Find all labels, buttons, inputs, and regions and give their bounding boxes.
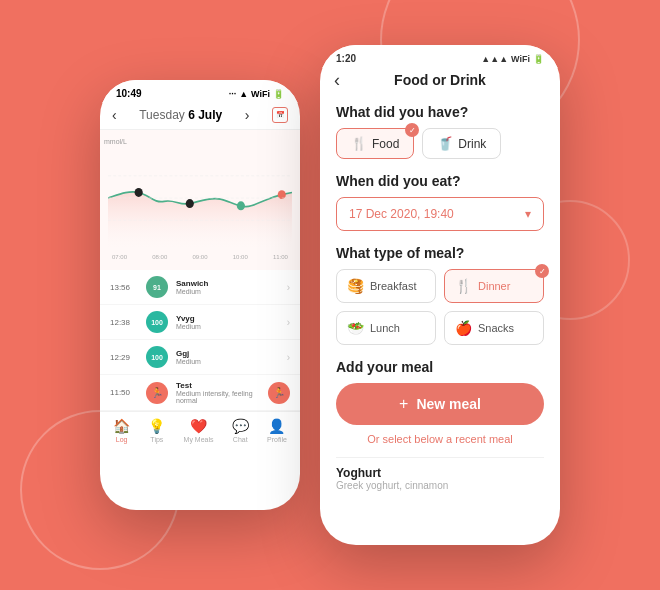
meal-type-grid: 🥞 Breakfast 🍴 Dinner ✓ 🥗 Lunch 🍎 S — [336, 269, 544, 345]
food-icon: 🍴 — [351, 136, 367, 151]
snacks-label: Snacks — [478, 322, 514, 334]
breakfast-label: Breakfast — [370, 280, 416, 292]
left-phone: 10:49 ··· ▲ WiFi 🔋 ‹ Tuesday 6 July › 📅 … — [100, 80, 300, 510]
tips-icon: 💡 — [148, 418, 165, 434]
section1-label: What did you have? — [336, 104, 544, 120]
nav-item-tips[interactable]: 💡 Tips — [148, 418, 165, 443]
recent-meal-link[interactable]: Or select below a recent meal — [336, 433, 544, 445]
right-status-time: 1:20 — [336, 53, 356, 64]
activity-list: 13:56 91 Sanwich Medium › 12:38 100 Yvyg… — [100, 270, 300, 411]
home-icon: 🏠 — [113, 418, 130, 434]
activity-badge: 100 — [146, 346, 168, 368]
dinner-check-icon: ✓ — [535, 264, 549, 278]
left-status-time: 10:49 — [116, 88, 142, 99]
chevron-right-icon: › — [287, 317, 290, 328]
date-display: Tuesday 6 July — [139, 108, 222, 122]
food-drink-toggle: 🍴 Food ✓ 🥤 Drink — [336, 128, 544, 159]
recent-item[interactable]: Yoghurt Greek yoghurt, cinnamon — [336, 457, 544, 499]
nav-item-mymeals[interactable]: ❤️ My Meals — [184, 418, 214, 443]
meal-option-breakfast[interactable]: 🥞 Breakfast — [336, 269, 436, 303]
nav-header: ‹ Tuesday 6 July › 📅 — [100, 103, 300, 130]
section3-label: What type of meal? — [336, 245, 544, 261]
activity-badge: 🏃 — [146, 382, 168, 404]
calendar-icon[interactable]: 📅 — [272, 107, 288, 123]
lunch-icon: 🥗 — [347, 320, 364, 336]
new-meal-label: New meal — [416, 396, 481, 412]
right-status-icons: ▲▲▲ WiFi 🔋 — [481, 54, 544, 64]
x-axis: 07:00 08:00 09:00 10:00 11:00 — [108, 254, 292, 260]
chat-icon: 💬 — [232, 418, 249, 434]
drink-icon: 🥤 — [437, 136, 453, 151]
nav-item-log[interactable]: 🏠 Log — [113, 418, 130, 443]
prev-date-button[interactable]: ‹ — [112, 107, 117, 123]
recent-item-sub: Greek yoghurt, cinnamon — [336, 480, 544, 491]
date-value: 17 Dec 2020, 19:40 — [349, 207, 454, 221]
date-selector[interactable]: 17 Dec 2020, 19:40 ▾ — [336, 197, 544, 231]
right-phone: 1:20 ▲▲▲ WiFi 🔋 ‹ Food or Drink What did… — [320, 45, 560, 545]
drink-toggle-button[interactable]: 🥤 Drink — [422, 128, 501, 159]
activity-badge: 91 — [146, 276, 168, 298]
activity-badge: 100 — [146, 311, 168, 333]
recent-item-name: Yoghurt — [336, 466, 544, 480]
activity-item[interactable]: 12:38 100 Yvyg Medium › — [100, 305, 300, 340]
exercise-icon: 🏃 — [268, 382, 290, 404]
profile-icon: 👤 — [268, 418, 285, 434]
right-phone-inner: 1:20 ▲▲▲ WiFi 🔋 ‹ Food or Drink What did… — [320, 45, 560, 545]
nav-item-chat[interactable]: 💬 Chat — [232, 418, 249, 443]
chevron-right-icon: › — [287, 352, 290, 363]
page-header: ‹ Food or Drink — [320, 68, 560, 96]
section4-label: Add your meal — [336, 359, 544, 375]
left-status-icons: ··· ▲ WiFi 🔋 — [229, 89, 284, 99]
meal-option-snacks[interactable]: 🍎 Snacks — [444, 311, 544, 345]
mymeals-icon: ❤️ — [190, 418, 207, 434]
activity-item[interactable]: 13:56 91 Sanwich Medium › — [100, 270, 300, 305]
activity-item[interactable]: 12:29 100 Ggj Medium › — [100, 340, 300, 375]
new-meal-button[interactable]: + New meal — [336, 383, 544, 425]
right-status-bar: 1:20 ▲▲▲ WiFi 🔋 — [320, 45, 560, 68]
food-toggle-button[interactable]: 🍴 Food ✓ — [336, 128, 414, 159]
food-label: Food — [372, 137, 399, 151]
lunch-label: Lunch — [370, 322, 400, 334]
activity-item[interactable]: 11:50 🏃 Test Medium intensity, feeling n… — [100, 375, 300, 411]
content-area: What did you have? 🍴 Food ✓ 🥤 Drink When… — [320, 96, 560, 545]
next-date-button[interactable]: › — [245, 107, 250, 123]
glucose-chart — [108, 148, 292, 248]
y-axis-label: mmol/L — [104, 138, 127, 145]
svg-point-2 — [237, 201, 245, 210]
section2-label: When did you eat? — [336, 173, 544, 189]
chevron-down-icon: ▾ — [525, 207, 531, 221]
back-button[interactable]: ‹ — [334, 70, 340, 91]
plus-icon: + — [399, 395, 408, 413]
meal-option-lunch[interactable]: 🥗 Lunch — [336, 311, 436, 345]
page-title: Food or Drink — [394, 72, 486, 88]
left-status-bar: 10:49 ··· ▲ WiFi 🔋 — [100, 80, 300, 103]
dinner-icon: 🍴 — [455, 278, 472, 294]
chart-area: mmol/L — [100, 130, 300, 270]
bottom-nav: 🏠 Log 💡 Tips ❤️ My Meals 💬 Chat 👤 Profil… — [100, 411, 300, 449]
dinner-label: Dinner — [478, 280, 510, 292]
svg-point-1 — [186, 199, 194, 208]
nav-item-profile[interactable]: 👤 Profile — [267, 418, 287, 443]
breakfast-icon: 🥞 — [347, 278, 364, 294]
food-check-icon: ✓ — [405, 123, 419, 137]
snacks-icon: 🍎 — [455, 320, 472, 336]
meal-option-dinner[interactable]: 🍴 Dinner ✓ — [444, 269, 544, 303]
svg-point-0 — [135, 188, 143, 197]
drink-label: Drink — [458, 137, 486, 151]
phones-container: 10:49 ··· ▲ WiFi 🔋 ‹ Tuesday 6 July › 📅 … — [100, 45, 560, 545]
chevron-right-icon: › — [287, 282, 290, 293]
